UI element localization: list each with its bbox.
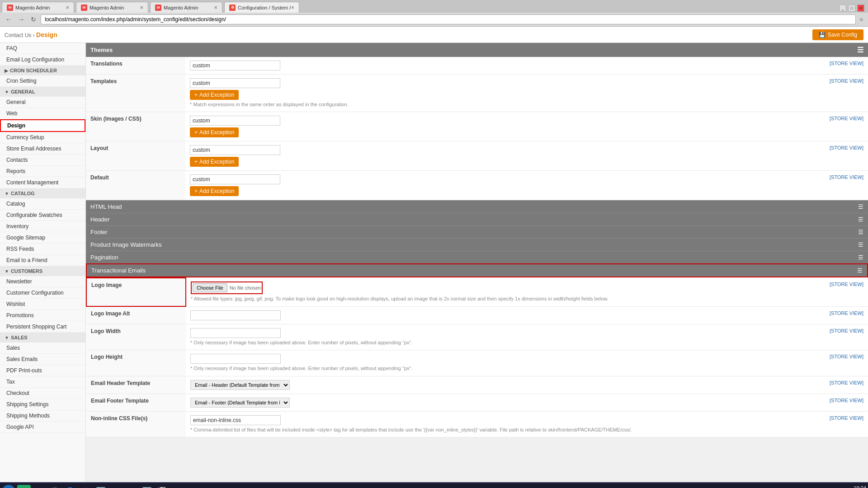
taskbar-icon-chrome[interactable]: ⚫ [48,485,61,488]
forward-button[interactable]: → [16,15,26,24]
close-button[interactable]: × [857,5,864,12]
store-view-logo-height[interactable]: [STORE VIEW] [814,350,868,376]
sidebar-item-store-email[interactable]: Store Email Addresses [0,143,85,155]
default-input[interactable] [190,174,280,184]
maximize-button[interactable]: □ [848,5,855,12]
sidebar-section-general[interactable]: ▼ GENERAL [0,87,85,97]
sidebar-item-wishlist[interactable]: Wishlist [0,299,85,310]
sidebar-item-cron-setting[interactable]: Cron Setting [0,75,85,87]
transactional-emails-section[interactable]: Transactional Emails ☰ [87,264,867,277]
taskbar-icon-app9[interactable]: 🆕 [140,485,154,488]
sidebar-item-faq[interactable]: FAQ [0,43,85,54]
footer-section[interactable]: Footer ☰ [86,225,868,238]
email-footer-template-select[interactable]: Email - Footer (Default Template from Lo… [190,398,290,408]
layout-input[interactable] [190,145,280,155]
taskbar-icon-app11[interactable]: ● [171,485,184,488]
sidebar-item-reports[interactable]: Reports [0,166,85,177]
taskbar-icon-app6[interactable]: 🔢 [94,485,108,488]
sidebar-item-email-friend[interactable]: Email to a Friend [0,255,85,266]
tab-close-3[interactable]: × [214,4,217,11]
layout-add-exception-button[interactable]: + Add Exception [190,157,239,167]
sidebar-item-conf-swatches[interactable]: Configurable Swatches [0,210,85,221]
sidebar-item-web[interactable]: Web [0,108,85,119]
tab-close-2[interactable]: × [140,4,143,11]
store-view-email-footer[interactable]: [STORE VIEW] [814,394,868,411]
sidebar-item-rss-feeds[interactable]: RSS Feeds [0,244,85,255]
back-button[interactable]: ← [4,15,14,24]
pagination-section[interactable]: Pagination ☰ [86,251,868,263]
sidebar-item-inventory[interactable]: Inventory [0,221,85,232]
themes-section-header[interactable]: Themes ☰ [86,43,868,57]
taskbar-icon-app10[interactable]: 💾 [156,485,169,488]
sidebar-item-catalog[interactable]: Catalog [0,198,85,210]
sidebar-item-promotions[interactable]: Promotions [0,310,85,321]
logo-width-input[interactable] [190,328,281,338]
browser-tab-2[interactable]: M Magento Admin × [76,2,148,13]
sidebar-item-pdf-printouts[interactable]: PDF Print-outs [0,365,85,376]
minimize-button[interactable]: _ [839,5,846,12]
store-view-email-header[interactable]: [STORE VIEW] [814,376,868,394]
sidebar-item-customer-config[interactable]: Customer Configuration [0,287,85,299]
save-config-button[interactable]: 💾 Save Config [812,29,863,40]
sidebar-item-google-api[interactable]: Google API [0,422,85,433]
email-header-template-select[interactable]: Email - Header (Default Template from Lo… [190,380,290,390]
store-view-logo-alt[interactable]: [STORE VIEW] [814,306,868,324]
taskbar-icon-explorer[interactable] [17,485,31,488]
sidebar-item-shipping-settings[interactable]: Shipping Settings [0,399,85,410]
taskbar-icon-folder[interactable]: 📁 [33,485,46,488]
choose-file-button[interactable]: Choose File [193,283,227,292]
logo-alt-input[interactable] [190,310,281,320]
sidebar-item-content-mgmt[interactable]: Content Management [0,177,85,188]
taskbar-icon-app8[interactable]: 🛠 [125,485,138,488]
skin-add-exception-button[interactable]: + Add Exception [190,127,239,137]
store-view-default[interactable]: [STORE VIEW] [814,171,868,200]
sidebar-item-general[interactable]: General [0,97,85,108]
url-bar[interactable] [41,14,856,24]
taskbar-icon-app5[interactable]: 📸 [79,485,92,488]
sidebar-item-sales-emails[interactable]: Sales Emails [0,354,85,365]
sidebar-section-customers[interactable]: ▼ CUSTOMERS [0,266,85,276]
sidebar-item-google-sitemap[interactable]: Google Sitemap [0,232,85,244]
watermarks-section[interactable]: Product Image Watermarks ☰ [86,238,868,251]
skin-input[interactable] [190,116,280,126]
sidebar-item-shipping-methods[interactable]: Shipping Methods [0,410,85,422]
sidebar-item-persistent-cart[interactable]: Persistent Shopping Cart [0,321,85,333]
sidebar-item-design[interactable]: Design [0,119,85,132]
sidebar-item-tax[interactable]: Tax [0,376,85,388]
html-head-section[interactable]: HTML Head ☰ [86,200,868,213]
browser-tab-4[interactable]: ⚙ Configuration / System / × [224,2,299,13]
sidebar-item-contacts[interactable]: Contacts [0,155,85,166]
browser-tab-3[interactable]: M Magento Admin × [150,2,222,13]
store-view-templates[interactable]: [STORE VIEW] [814,75,868,112]
translations-input[interactable] [190,61,280,70]
browser-tab-1[interactable]: M Magento Admin × [2,2,74,13]
sidebar-item-newsletter[interactable]: Newsletter [0,276,85,287]
noninline-css-input[interactable] [190,415,281,425]
store-view-logo-image[interactable]: [STORE VIEW] [814,278,868,306]
default-add-exception-button[interactable]: + Add Exception [190,186,239,196]
sidebar-section-sales[interactable]: ▼ SALES [0,333,85,343]
store-view-layout[interactable]: [STORE VIEW] [814,141,868,171]
header-section[interactable]: Header ☰ [86,213,868,225]
refresh-button[interactable]: ↻ [29,15,38,24]
taskbar-icon-app7[interactable]: 📧 [109,485,123,488]
store-view-noninline-css[interactable]: [STORE VIEW] [814,411,868,437]
taskbar-icon-app12[interactable]: 🖥 [186,485,200,488]
logo-height-input[interactable] [190,354,281,364]
tab-close-1[interactable]: × [66,4,69,11]
templates-add-exception-button[interactable]: + Add Exception [190,90,239,100]
sidebar-section-catalog[interactable]: ▼ CATALOG [0,188,85,198]
store-view-translations[interactable]: [STORE VIEW] [814,57,868,75]
tab-close-4[interactable]: × [291,4,294,11]
sidebar-item-sales[interactable]: Sales [0,343,85,354]
sidebar-section-cron[interactable]: ▶ CRON SCHEDULER [0,66,85,75]
sidebar-item-checkout[interactable]: Checkout [0,388,85,399]
store-view-logo-width[interactable]: [STORE VIEW] [814,324,868,350]
sidebar-item-email-log[interactable]: Email Log Configuration [0,54,85,66]
sidebar-item-currency[interactable]: Currency Setup [0,132,85,143]
store-view-skin[interactable]: [STORE VIEW] [814,112,868,141]
bookmark-icon[interactable]: ★ [859,16,864,23]
templates-input[interactable] [190,78,280,88]
start-button[interactable]: ⊞ [2,485,15,488]
taskbar-icon-firefox[interactable]: 🔵 [63,485,77,488]
